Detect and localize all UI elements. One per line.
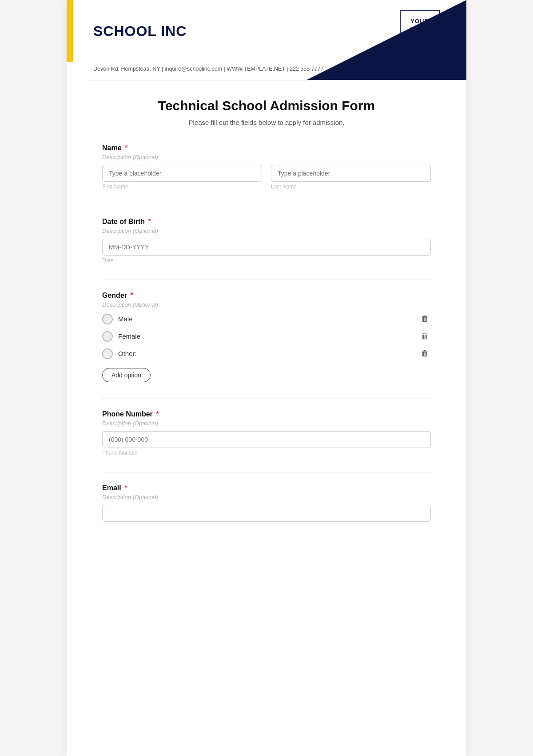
gender-option-other-left: Other: (102, 348, 137, 359)
required-asterisk-email: * (123, 484, 127, 492)
logo-box: YOURLOGO (400, 10, 440, 41)
page-wrapper: SCHOOL INC YOURLOGO Devon Rd, Hempstead,… (67, 0, 466, 756)
field-section-name: Name * Description (Optional) First Name… (102, 144, 431, 190)
field-label-gender: Gender * (102, 292, 431, 300)
last-name-wrapper: Last Name (271, 165, 431, 190)
delete-icon-male[interactable]: 🗑 (419, 313, 431, 324)
field-label-name: Name * (102, 144, 431, 152)
field-label-phone: Phone Number * (102, 410, 431, 418)
radio-circle-female[interactable] (102, 331, 113, 342)
svg-marker-0 (306, 0, 466, 80)
first-name-sublabel: First Name (102, 184, 262, 190)
required-asterisk-phone: * (154, 410, 159, 418)
radio-label-female: Female (118, 332, 140, 340)
email-input-wrapper (102, 505, 431, 522)
phone-input-wrapper: Phone Number (102, 431, 431, 456)
required-asterisk-gender: * (128, 292, 133, 299)
last-name-input[interactable] (271, 165, 431, 182)
field-description-email: Description (Optional) (102, 494, 431, 500)
radio-circle-male[interactable] (102, 314, 113, 324)
divider-2 (102, 280, 431, 280)
add-option-button[interactable]: Add option (102, 368, 151, 382)
dob-input-wrapper: Date (102, 239, 431, 264)
phone-input[interactable] (102, 431, 431, 448)
divider-3 (102, 398, 431, 399)
divider-1 (102, 206, 431, 206)
radio-label-other: Other: (118, 350, 137, 357)
required-asterisk-name: * (123, 144, 128, 152)
form-subtitle: Please fill out the fields below to appl… (102, 119, 431, 126)
field-label-email: Email * (102, 484, 431, 492)
email-input[interactable] (102, 505, 431, 522)
dob-input[interactable] (102, 239, 431, 256)
gender-option-other: Other: 🗑 (102, 347, 431, 360)
radio-label-male: Male (118, 315, 133, 323)
required-asterisk-dob: * (146, 218, 151, 225)
last-name-sublabel: Last Name (271, 184, 431, 190)
divider-4 (102, 472, 431, 472)
gender-option-female: Female 🗑 (102, 330, 431, 343)
delete-icon-other[interactable]: 🗑 (419, 348, 431, 359)
delete-icon-female[interactable]: 🗑 (419, 331, 431, 342)
field-description-dob: Description (Optional) (102, 228, 431, 234)
field-description-gender: Description (Optional) (102, 301, 431, 308)
gender-option-male: Male 🗑 (102, 312, 431, 325)
form-title: Technical School Admission Form (102, 98, 431, 113)
gender-option-female-left: Female (102, 331, 140, 342)
field-section-gender: Gender * Description (Optional) Male 🗑 F… (102, 292, 431, 382)
first-name-wrapper: First Name (102, 165, 262, 190)
first-name-input[interactable] (102, 165, 262, 182)
header: SCHOOL INC YOURLOGO Devon Rd, Hempstead,… (67, 0, 466, 80)
header-triangle-decoration (306, 0, 466, 80)
field-description-name: Description (Optional) (102, 154, 431, 160)
field-section-phone: Phone Number * Description (Optional) Ph… (102, 410, 431, 456)
radio-circle-other[interactable] (102, 348, 113, 359)
field-label-dob: Date of Birth * (102, 218, 431, 226)
field-description-phone: Description (Optional) (102, 420, 431, 427)
name-input-row: First Name Last Name (102, 165, 431, 190)
field-section-dob: Date of Birth * Description (Optional) D… (102, 218, 431, 264)
header-contact: Devon Rd, Hempstead, NY | inquire@school… (93, 66, 323, 72)
gender-option-male-left: Male (102, 314, 133, 324)
field-section-email: Email * Description (Optional) (102, 484, 431, 522)
dob-sublabel: Date (102, 257, 431, 264)
phone-sublabel: Phone Number (102, 450, 431, 456)
form-container: Technical School Admission Form Please f… (67, 80, 466, 564)
header-yellow-bar (67, 0, 73, 62)
logo-text: YOURLOGO (410, 17, 429, 33)
